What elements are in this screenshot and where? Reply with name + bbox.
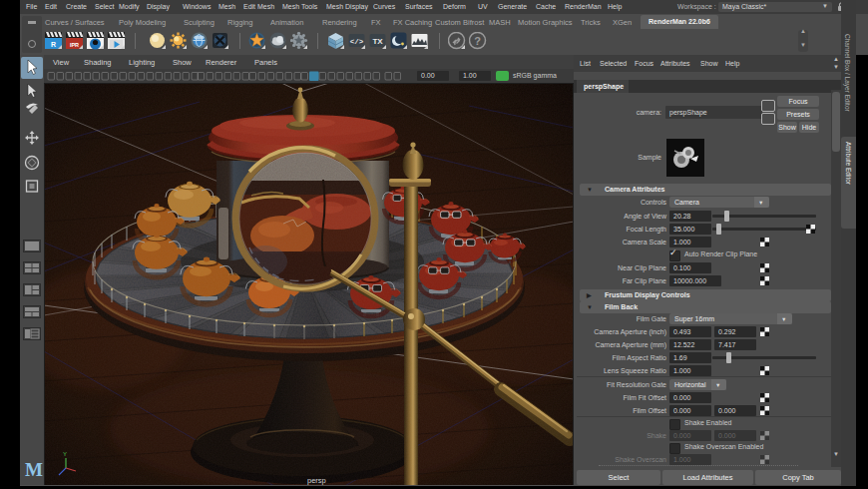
svg-text:IPR: IPR [70, 42, 79, 48]
svg-text:TX: TX [372, 37, 383, 46]
svg-text:R: R [51, 41, 56, 48]
svg-text:</>: </> [350, 38, 364, 46]
svg-text:?: ? [474, 35, 481, 47]
